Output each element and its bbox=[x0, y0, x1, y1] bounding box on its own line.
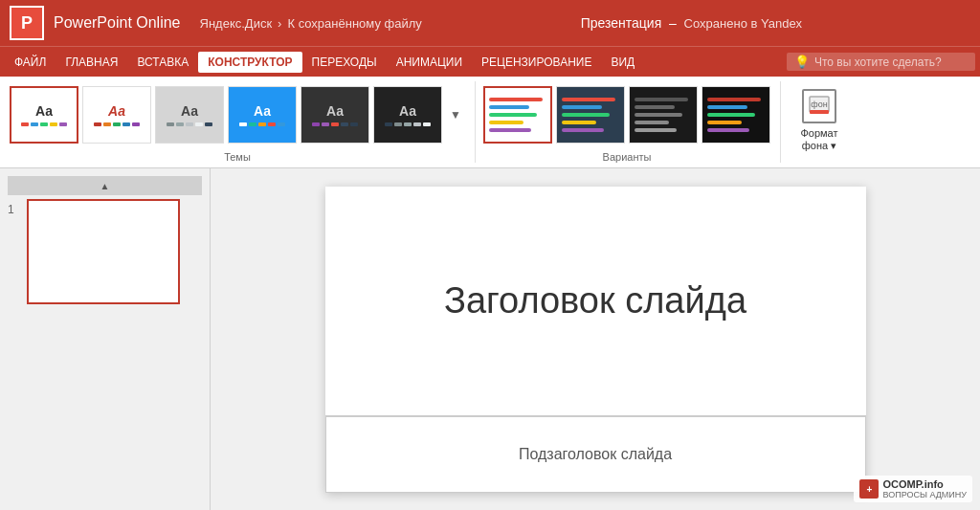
variant-lines-1 bbox=[489, 98, 546, 132]
bar bbox=[404, 122, 412, 126]
main-area: ▲ 1 Заголовок слайда Подзаголовок слайда… bbox=[0, 168, 980, 510]
slide-subtitle-area[interactable]: Подзаголовок слайда bbox=[325, 416, 866, 493]
menu-animations[interactable]: АНИМАЦИИ bbox=[387, 52, 472, 73]
bar bbox=[50, 122, 57, 126]
vline bbox=[562, 121, 596, 124]
variant-buttons bbox=[483, 81, 770, 147]
bar bbox=[132, 122, 140, 126]
format-bg-icon: фон bbox=[802, 89, 836, 123]
vline bbox=[562, 98, 615, 101]
bar bbox=[21, 122, 29, 126]
menu-file[interactable]: ФАЙЛ bbox=[5, 52, 56, 73]
svg-text:фон: фон bbox=[811, 100, 827, 109]
vline bbox=[489, 105, 529, 109]
bar bbox=[312, 122, 320, 126]
variant-button-3[interactable] bbox=[629, 86, 698, 144]
vline bbox=[707, 105, 747, 109]
theme-button-6[interactable]: Aa bbox=[373, 86, 442, 144]
slide-subtitle-text: Подзаголовок слайда bbox=[519, 446, 672, 463]
variants-label: Варианты bbox=[603, 147, 652, 163]
bar bbox=[239, 122, 247, 126]
breadcrumb-sep: › bbox=[278, 16, 281, 31]
vline bbox=[707, 113, 755, 117]
variant-lines-2 bbox=[562, 98, 619, 132]
variant-button-1[interactable] bbox=[483, 86, 552, 144]
breadcrumb-disk[interactable]: Яндекс.Диск bbox=[200, 16, 273, 31]
format-section: фон Формат фона ▾ Настроить bbox=[789, 81, 859, 163]
bar bbox=[385, 122, 392, 126]
slide-thumbnail-row: 1 bbox=[8, 199, 202, 304]
presentation-title: Презентация – Сохранено в Yandex bbox=[422, 15, 970, 31]
vline bbox=[562, 128, 604, 132]
format-bg-label: Формат фона ▾ bbox=[796, 127, 842, 152]
slide-panel: ▲ 1 bbox=[0, 168, 211, 510]
slide-title-area[interactable]: Заголовок слайда bbox=[325, 187, 866, 416]
theme-button-5[interactable]: Aa bbox=[301, 86, 369, 144]
menu-design[interactable]: КОНСТРУКТОР bbox=[198, 52, 301, 73]
slide-scroll-up[interactable]: ▲ bbox=[8, 176, 202, 195]
search-box[interactable]: 💡 bbox=[787, 53, 975, 71]
format-background-button[interactable]: фон Формат фона ▾ bbox=[789, 81, 850, 160]
vline bbox=[489, 98, 543, 101]
variant-button-2[interactable] bbox=[556, 86, 625, 144]
bar bbox=[413, 122, 421, 126]
vline bbox=[635, 105, 675, 109]
menu-insert[interactable]: ВСТАВКА bbox=[127, 52, 198, 73]
app-logo: P bbox=[10, 6, 44, 40]
menu-view[interactable]: ВИД bbox=[601, 52, 644, 73]
variant-button-4[interactable] bbox=[702, 86, 770, 144]
bar bbox=[122, 122, 130, 126]
themes-section: Aa Aa bbox=[10, 81, 476, 163]
vline bbox=[562, 105, 602, 109]
variant-lines-4 bbox=[707, 98, 765, 132]
bar bbox=[40, 122, 48, 126]
app-title: PowerPoint Online bbox=[54, 14, 181, 32]
vline bbox=[635, 121, 669, 124]
watermark-logo: + bbox=[859, 479, 879, 499]
bar bbox=[350, 122, 358, 126]
bar bbox=[94, 122, 101, 126]
theme-label-5: Aa bbox=[326, 103, 344, 119]
theme-button-4[interactable]: Aa bbox=[228, 86, 297, 144]
slide-thumbnail[interactable] bbox=[27, 199, 180, 304]
slide-title-text: Заголовок слайда bbox=[444, 280, 746, 322]
bar bbox=[423, 122, 431, 126]
theme-button-3[interactable]: Aa bbox=[155, 86, 224, 144]
watermark-text: OCOMP.info ВОПРОСЫ АДМИНУ bbox=[882, 478, 967, 499]
theme-bars-6 bbox=[385, 122, 431, 126]
bar bbox=[258, 122, 266, 126]
bar bbox=[205, 122, 212, 126]
bar bbox=[394, 122, 402, 126]
bar bbox=[278, 122, 285, 126]
menu-transitions[interactable]: ПЕРЕХОДЫ bbox=[302, 52, 387, 73]
breadcrumb: Яндекс.Диск › К сохранённому файлу bbox=[200, 16, 422, 31]
bar bbox=[341, 122, 348, 126]
bar bbox=[186, 122, 193, 126]
vline bbox=[707, 121, 742, 124]
bar bbox=[249, 122, 256, 126]
menu-home[interactable]: ГЛАВНАЯ bbox=[56, 52, 127, 73]
slide-number: 1 bbox=[8, 199, 21, 216]
vline bbox=[562, 113, 610, 117]
bar bbox=[195, 122, 203, 126]
theme-buttons: Aa Aa bbox=[10, 81, 465, 147]
vline bbox=[635, 98, 688, 101]
variant-lines-3 bbox=[635, 98, 692, 132]
theme-bars-4 bbox=[239, 122, 285, 126]
bar bbox=[331, 122, 339, 126]
bar bbox=[59, 122, 67, 126]
bar bbox=[31, 122, 38, 126]
theme-button-2[interactable]: Aa bbox=[82, 86, 151, 144]
theme-scroll-down[interactable]: ▼ bbox=[446, 108, 465, 122]
theme-label-2: Aa bbox=[108, 103, 125, 119]
theme-button-1[interactable]: Aa bbox=[10, 86, 78, 144]
menu-bar: ФАЙЛ ГЛАВНАЯ ВСТАВКА КОНСТРУКТОР ПЕРЕХОД… bbox=[0, 46, 980, 77]
theme-bars-1 bbox=[21, 122, 67, 126]
themes-label: Темы bbox=[224, 147, 251, 163]
menu-review[interactable]: РЕЦЕНЗИРОВАНИЕ bbox=[472, 52, 601, 73]
slide-canvas[interactable]: Заголовок слайда Подзаголовок слайда bbox=[325, 187, 866, 493]
theme-label-3: Aa bbox=[181, 103, 198, 119]
save-status: Сохранено в Yandex bbox=[684, 16, 803, 31]
search-input[interactable] bbox=[814, 55, 968, 69]
breadcrumb-file[interactable]: К сохранённому файлу bbox=[287, 16, 421, 31]
